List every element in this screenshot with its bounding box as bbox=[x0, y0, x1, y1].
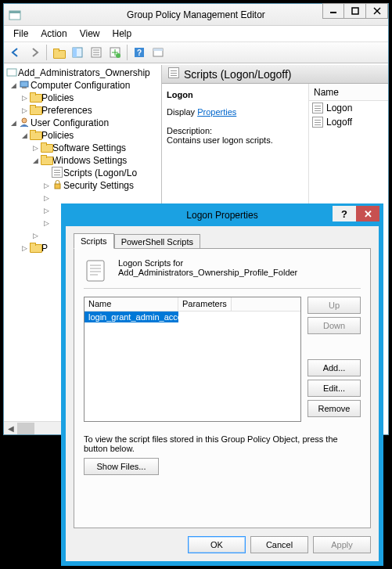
dialog-close-button[interactable]: ✕ bbox=[356, 206, 379, 221]
column-name[interactable]: Name bbox=[309, 84, 388, 101]
svg-point-21 bbox=[22, 118, 27, 123]
selected-name: Logon bbox=[167, 90, 304, 99]
scroll-left-icon[interactable]: ◀ bbox=[4, 423, 17, 434]
svg-rect-22 bbox=[55, 184, 60, 189]
logon-properties-dialog: Logon Properties ? ✕ Scripts PowerShell … bbox=[61, 203, 383, 566]
main-title: Group Policy Management Editor bbox=[127, 9, 265, 20]
footer-text: To view the script files stored in this … bbox=[84, 434, 361, 453]
description-text: Contains user logon scripts. bbox=[167, 135, 304, 145]
description-label: Description: bbox=[167, 126, 304, 135]
details-header-title: Scripts (Logon/Logoff) bbox=[184, 68, 292, 81]
scripts-for-label: Logon Scripts for bbox=[118, 258, 297, 268]
script-row-1[interactable]: login_grant_admin_acce... bbox=[85, 312, 178, 322]
dialog-help-button[interactable]: ? bbox=[333, 206, 356, 221]
toolbar-btn-5[interactable] bbox=[149, 44, 167, 61]
tree-security[interactable]: ▷Security Settings bbox=[4, 179, 161, 192]
dialog-titlebar[interactable]: Logon Properties ? ✕ bbox=[62, 204, 383, 226]
tree-computer-config[interactable]: ◢Computer Configuration bbox=[4, 79, 161, 92]
add-button[interactable]: Add... bbox=[307, 359, 361, 376]
edit-button[interactable]: Edit... bbox=[307, 380, 361, 397]
tree-software[interactable]: ▷Software Settings bbox=[4, 142, 161, 154]
menu-view[interactable]: View bbox=[74, 27, 106, 41]
tree-root[interactable]: Add_Administrators_Ownership bbox=[4, 67, 161, 79]
gpo-name: Add_Administrators_Ownership_Profile_Fol… bbox=[118, 268, 297, 277]
script-icon bbox=[312, 103, 323, 113]
svg-rect-7 bbox=[73, 48, 77, 57]
properties-link[interactable]: Properties bbox=[197, 107, 236, 117]
dialog-title: Logon Properties bbox=[186, 210, 257, 221]
menu-action[interactable]: Action bbox=[34, 27, 73, 41]
back-button[interactable] bbox=[7, 44, 24, 61]
toolbar: ? bbox=[4, 41, 388, 63]
svg-rect-3 bbox=[352, 8, 358, 14]
cancel-button[interactable]: Cancel bbox=[250, 536, 308, 553]
menu-help[interactable]: Help bbox=[106, 27, 138, 41]
down-button[interactable]: Down bbox=[307, 317, 361, 334]
svg-rect-23 bbox=[87, 261, 104, 281]
menu-file[interactable]: File bbox=[7, 27, 34, 41]
svg-rect-17 bbox=[153, 49, 163, 51]
col-parameters[interactable]: Parameters bbox=[178, 297, 232, 311]
script-icon bbox=[312, 117, 323, 128]
tab-body: Logon Scripts for Add_Administrators_Own… bbox=[74, 248, 371, 528]
tree-uc-policies[interactable]: ◢Policies bbox=[4, 129, 161, 142]
svg-text:?: ? bbox=[137, 49, 142, 57]
help-button[interactable]: ? bbox=[131, 44, 148, 61]
tree-hidden-1[interactable]: ▷ bbox=[4, 192, 161, 204]
dialog-tabs: Scripts PowerShell Scripts bbox=[74, 232, 200, 248]
tab-scripts[interactable]: Scripts bbox=[74, 233, 114, 249]
toolbar-btn-3[interactable] bbox=[88, 44, 105, 61]
show-files-button[interactable]: Show Files... bbox=[84, 458, 159, 475]
tree-windows[interactable]: ◢Windows Settings bbox=[4, 154, 161, 167]
display-label: Display bbox=[167, 107, 195, 117]
ok-button[interactable]: OK bbox=[188, 536, 246, 553]
app-icon bbox=[9, 9, 21, 23]
remove-button[interactable]: Remove bbox=[307, 400, 361, 417]
svg-point-13 bbox=[116, 53, 120, 58]
up-button[interactable]: Up bbox=[307, 297, 361, 314]
toolbar-btn-2[interactable] bbox=[69, 44, 86, 61]
scripts-icon bbox=[168, 67, 179, 81]
svg-rect-1 bbox=[9, 11, 20, 13]
tree-cc-policies[interactable]: ▷Policies bbox=[4, 92, 161, 104]
main-titlebar[interactable]: Group Policy Management Editor bbox=[4, 4, 388, 26]
menu-bar: File Action View Help bbox=[4, 26, 388, 41]
tree-user-config[interactable]: ◢User Configuration bbox=[4, 117, 161, 129]
minimize-button[interactable] bbox=[322, 3, 344, 19]
svg-rect-20 bbox=[22, 87, 27, 88]
list-item-logoff[interactable]: Logoff bbox=[309, 115, 388, 129]
tree-cc-prefs[interactable]: ▷Preferences bbox=[4, 104, 161, 117]
apply-button[interactable]: Apply bbox=[313, 536, 371, 553]
close-button[interactable] bbox=[366, 3, 388, 19]
col-name[interactable]: Name bbox=[85, 297, 178, 311]
scroll-thumb[interactable] bbox=[17, 423, 34, 434]
svg-rect-18 bbox=[7, 69, 16, 76]
list-item-logon[interactable]: Logon bbox=[309, 101, 388, 115]
toolbar-btn-1[interactable] bbox=[50, 44, 67, 61]
maximize-button[interactable] bbox=[344, 3, 366, 19]
details-header: Scripts (Logon/Logoff) bbox=[162, 65, 388, 84]
scripts-large-icon bbox=[84, 258, 109, 283]
svg-rect-19 bbox=[20, 81, 28, 87]
toolbar-btn-4[interactable] bbox=[106, 44, 124, 61]
scripts-listbox[interactable]: Name Parameters login_grant_admin_acce..… bbox=[84, 297, 301, 422]
forward-button[interactable] bbox=[26, 44, 43, 61]
tab-powershell[interactable]: PowerShell Scripts bbox=[114, 234, 200, 250]
tree-scripts[interactable]: Scripts (Logon/Lo bbox=[4, 167, 161, 179]
